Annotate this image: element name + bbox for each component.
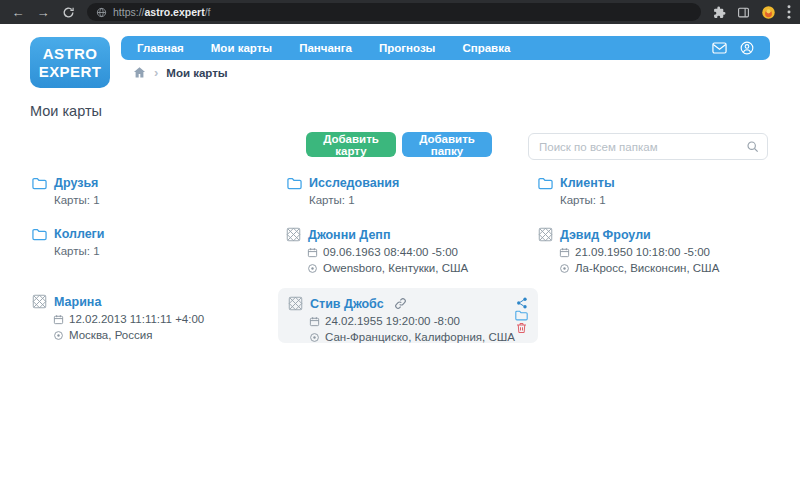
nav-item-my-charts[interactable]: Мои карты xyxy=(211,42,272,54)
page-title: Мои карты xyxy=(30,103,102,119)
folder-card-clients[interactable]: Клиенты Карты: 1 xyxy=(538,176,615,206)
add-chart-button[interactable]: Добавить карту xyxy=(306,132,396,157)
natal-chart-icon xyxy=(538,227,553,242)
chart-datetime: 21.09.1950 10:18:00 -5:00 xyxy=(575,246,710,258)
browser-toolbar: ← → https://astro.expert/f xyxy=(0,0,800,24)
move-to-folder-icon[interactable] xyxy=(515,310,528,321)
breadcrumb-current: Мои карты xyxy=(166,67,227,79)
calendar-icon xyxy=(559,247,570,258)
calendar-icon xyxy=(309,316,320,327)
folder-meta: Карты: 1 xyxy=(54,194,100,206)
site-logo[interactable]: ASTRO EXPERT xyxy=(30,37,110,88)
address-bar[interactable]: https://astro.expert/f xyxy=(87,3,701,21)
chart-location: Owensboro, Кентукки, США xyxy=(323,262,468,274)
natal-chart-icon xyxy=(288,296,303,311)
browser-menu-icon[interactable] xyxy=(787,5,791,19)
location-icon xyxy=(309,332,320,343)
chart-datetime: 09.06.1963 08:44:00 -5:00 xyxy=(323,246,458,258)
folder-card-colleagues[interactable]: Коллеги Карты: 1 xyxy=(32,227,105,257)
folder-icon xyxy=(538,177,553,190)
browser-back-button[interactable]: ← xyxy=(9,3,27,21)
location-icon xyxy=(307,263,318,274)
chart-name[interactable]: Джонни Депп xyxy=(308,228,390,242)
folder-icon xyxy=(287,177,302,190)
folder-name[interactable]: Клиенты xyxy=(560,176,615,190)
chart-card-steve-jobs[interactable]: Стив Джобс 24.02.1955 19:20:00 -8:00 Сан… xyxy=(278,288,538,343)
browser-profile-avatar[interactable] xyxy=(761,5,776,20)
chart-location: Ла-Кросс, Висконсин, США xyxy=(575,262,719,274)
folder-name[interactable]: Коллеги xyxy=(54,227,105,241)
chart-location: Сан-Франциско, Калифорния, США xyxy=(325,331,515,343)
home-icon[interactable] xyxy=(133,66,146,79)
natal-chart-icon xyxy=(32,294,47,309)
delete-icon[interactable] xyxy=(516,322,527,334)
nav-item-forecasts[interactable]: Прогнозы xyxy=(379,42,435,54)
folder-card-friends[interactable]: Друзья Карты: 1 xyxy=(32,176,100,206)
reload-icon xyxy=(62,6,75,19)
chart-name[interactable]: Марина xyxy=(54,295,101,309)
copy-link-icon[interactable] xyxy=(394,297,407,310)
chart-datetime: 12.02.2013 11:11:11 +4:00 xyxy=(69,313,204,325)
folder-meta: Карты: 1 xyxy=(560,194,615,206)
folder-name[interactable]: Исследования xyxy=(309,176,399,190)
chart-actions xyxy=(515,296,528,335)
main-navbar: Главная Мои карты Панчанга Прогнозы Спра… xyxy=(121,36,770,60)
chart-location: Москва, Россия xyxy=(69,329,152,341)
profile-icon[interactable] xyxy=(740,41,754,55)
logo-line2: EXPERT xyxy=(39,63,101,80)
location-icon xyxy=(559,263,570,274)
share-icon[interactable] xyxy=(516,297,528,309)
chart-card-david-frawley[interactable]: Дэвид Фроули 21.09.1950 10:18:00 -5:00 Л… xyxy=(538,227,719,274)
search-input[interactable] xyxy=(528,133,768,160)
search-box xyxy=(528,133,768,160)
location-icon xyxy=(53,330,64,341)
natal-chart-icon xyxy=(286,227,301,242)
url-text: https://astro.expert/f xyxy=(113,6,210,18)
mail-icon[interactable] xyxy=(712,42,727,54)
calendar-icon xyxy=(307,247,318,258)
folder-icon xyxy=(32,228,47,241)
logo-line1: ASTRO xyxy=(43,45,98,62)
nav-item-help[interactable]: Справка xyxy=(462,42,510,54)
add-folder-button[interactable]: Добавить папку xyxy=(402,132,492,157)
folder-name[interactable]: Друзья xyxy=(54,176,98,190)
folder-meta: Карты: 1 xyxy=(54,245,105,257)
folder-icon xyxy=(32,177,47,190)
browser-reload-button[interactable] xyxy=(59,3,77,21)
chart-name[interactable]: Стив Джобс xyxy=(310,297,384,311)
calendar-icon xyxy=(53,314,64,325)
side-panel-icon[interactable] xyxy=(737,6,750,19)
chart-name[interactable]: Дэвид Фроули xyxy=(560,228,651,242)
breadcrumb-separator: › xyxy=(154,66,158,79)
breadcrumb: › Мои карты xyxy=(133,66,228,79)
chart-card-marina[interactable]: Марина 12.02.2013 11:11:11 +4:00 Москва,… xyxy=(32,294,204,341)
folder-card-research[interactable]: Исследования Карты: 1 xyxy=(287,176,399,206)
extensions-puzzle-icon[interactable] xyxy=(713,6,726,19)
nav-item-panchanga[interactable]: Панчанга xyxy=(299,42,352,54)
chart-card-johnny-depp[interactable]: Джонни Депп 09.06.1963 08:44:00 -5:00 Ow… xyxy=(286,227,468,274)
site-info-globe-icon xyxy=(96,7,107,18)
search-icon[interactable] xyxy=(746,140,759,153)
folder-meta: Карты: 1 xyxy=(309,194,399,206)
browser-forward-button[interactable]: → xyxy=(34,3,52,21)
chart-datetime: 24.02.1955 19:20:00 -8:00 xyxy=(325,315,460,327)
nav-item-home[interactable]: Главная xyxy=(137,42,184,54)
